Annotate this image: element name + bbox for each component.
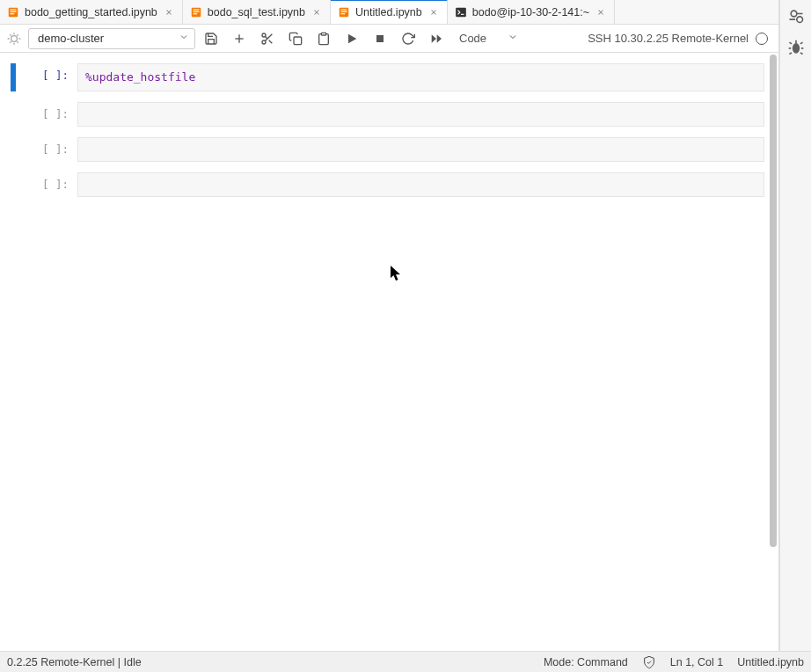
cell-input[interactable] bbox=[77, 172, 764, 197]
svg-point-26 bbox=[262, 40, 266, 44]
cell-collapser[interactable] bbox=[11, 137, 16, 162]
cell-input[interactable] bbox=[77, 137, 764, 162]
code-cell[interactable]: [ ]: bbox=[11, 137, 764, 162]
close-icon[interactable] bbox=[163, 6, 175, 18]
svg-marker-35 bbox=[437, 34, 442, 42]
toolbar: demo-cluster bbox=[0, 25, 778, 53]
svg-rect-18 bbox=[456, 7, 466, 17]
code-cell[interactable]: [ ]:%update_hostfile bbox=[11, 63, 764, 91]
cell-input[interactable]: %update_hostfile bbox=[77, 63, 764, 91]
svg-point-38 bbox=[792, 43, 799, 54]
tab-bar: bodo_getting_started.ipynbbodo_sql_test.… bbox=[0, 0, 778, 25]
cell-collapser[interactable] bbox=[11, 63, 16, 91]
svg-rect-3 bbox=[11, 13, 15, 14]
cell-prompt: [ ]: bbox=[21, 63, 77, 91]
svg-rect-1 bbox=[11, 9, 17, 10]
scrollbar[interactable] bbox=[768, 53, 778, 672]
tab-label: bodo_sql_test.ipynb bbox=[208, 6, 305, 18]
chevron-down-icon bbox=[508, 32, 518, 45]
cell-prompt: [ ]: bbox=[21, 102, 77, 127]
chevron-down-icon bbox=[179, 32, 189, 45]
scrollbar-thumb[interactable] bbox=[770, 55, 777, 547]
tab-label: bodo_getting_started.ipynb bbox=[25, 6, 157, 18]
svg-rect-13 bbox=[341, 10, 347, 11]
tab-2[interactable]: Untitled.ipynb bbox=[331, 0, 448, 24]
cell-type-select[interactable]: Code bbox=[452, 32, 525, 45]
svg-point-36 bbox=[791, 11, 797, 17]
terminal-icon bbox=[455, 6, 467, 18]
svg-point-22 bbox=[11, 35, 18, 41]
cell-type-label: Code bbox=[459, 32, 486, 45]
stop-button[interactable] bbox=[368, 26, 392, 51]
svg-rect-14 bbox=[341, 11, 347, 12]
cut-button[interactable] bbox=[255, 26, 280, 51]
selected-cluster: demo-cluster bbox=[38, 32, 104, 45]
cell-prompt: [ ]: bbox=[21, 137, 77, 162]
svg-marker-34 bbox=[432, 34, 436, 42]
status-filename[interactable]: Untitled.ipynb bbox=[737, 656, 804, 668]
svg-rect-9 bbox=[193, 13, 197, 14]
code-cell[interactable]: [ ]: bbox=[11, 172, 764, 197]
svg-rect-8 bbox=[193, 11, 199, 11]
run-all-button[interactable] bbox=[424, 26, 449, 51]
status-kernel[interactable]: 0.2.25 Remote-Kernel | Idle bbox=[7, 656, 530, 668]
svg-marker-32 bbox=[348, 33, 356, 43]
notebook-icon bbox=[190, 6, 202, 18]
notebook-icon bbox=[338, 6, 350, 18]
run-button[interactable] bbox=[340, 26, 364, 51]
tab-3[interactable]: bodo@ip-10-30-2-141:~ bbox=[448, 0, 615, 24]
property-inspector-icon[interactable] bbox=[787, 7, 805, 25]
save-button[interactable] bbox=[199, 26, 223, 51]
status-bar: 0.2.25 Remote-Kernel | Idle Mode: Comman… bbox=[0, 651, 811, 672]
svg-point-37 bbox=[796, 17, 802, 23]
right-sidebar bbox=[779, 0, 811, 672]
cell-input[interactable] bbox=[77, 102, 764, 127]
notebook-scroll[interactable]: [ ]:%update_hostfile[ ]:[ ]:[ ]: bbox=[0, 53, 778, 672]
close-icon[interactable] bbox=[595, 6, 607, 18]
restart-button[interactable] bbox=[396, 26, 420, 51]
close-icon[interactable] bbox=[427, 6, 440, 18]
svg-line-28 bbox=[269, 40, 273, 43]
svg-point-25 bbox=[262, 33, 266, 37]
code-cell[interactable]: [ ]: bbox=[11, 102, 764, 127]
svg-rect-30 bbox=[294, 37, 302, 45]
svg-rect-7 bbox=[193, 9, 199, 10]
tab-label: bodo@ip-10-30-2-141:~ bbox=[472, 6, 589, 18]
status-mode: Mode: Command bbox=[544, 656, 628, 668]
tab-1[interactable]: bodo_sql_test.ipynb bbox=[183, 0, 331, 24]
copy-button[interactable] bbox=[283, 26, 308, 51]
paste-button[interactable] bbox=[311, 26, 336, 51]
cell-collapser[interactable] bbox=[11, 102, 16, 127]
add-cell-button[interactable] bbox=[227, 26, 252, 51]
svg-line-29 bbox=[265, 36, 267, 39]
debugger-panel-icon[interactable] bbox=[787, 39, 805, 56]
svg-rect-15 bbox=[341, 13, 346, 14]
svg-rect-2 bbox=[11, 11, 17, 11]
cell-prompt: [ ]: bbox=[21, 172, 77, 197]
cell-collapser[interactable] bbox=[11, 172, 16, 197]
tab-0[interactable]: bodo_getting_started.ipynb bbox=[0, 0, 183, 24]
kernel-indicator-icon bbox=[756, 33, 768, 45]
status-cursor-pos[interactable]: Ln 1, Col 1 bbox=[670, 656, 723, 668]
tab-label: Untitled.ipynb bbox=[355, 6, 422, 18]
kernel-status[interactable]: SSH 10.30.2.25 Remote-Kernel bbox=[588, 32, 771, 45]
svg-rect-31 bbox=[321, 33, 325, 35]
cluster-select[interactable]: demo-cluster bbox=[28, 28, 195, 49]
svg-rect-33 bbox=[376, 35, 384, 42]
kernel-label: SSH 10.30.2.25 Remote-Kernel bbox=[588, 32, 749, 45]
notebook: [ ]:%update_hostfile[ ]:[ ]:[ ]: bbox=[0, 53, 778, 218]
notebook-icon bbox=[7, 6, 19, 18]
close-icon[interactable] bbox=[311, 6, 323, 18]
shield-icon[interactable] bbox=[642, 655, 656, 669]
debugger-icon[interactable] bbox=[7, 32, 21, 46]
